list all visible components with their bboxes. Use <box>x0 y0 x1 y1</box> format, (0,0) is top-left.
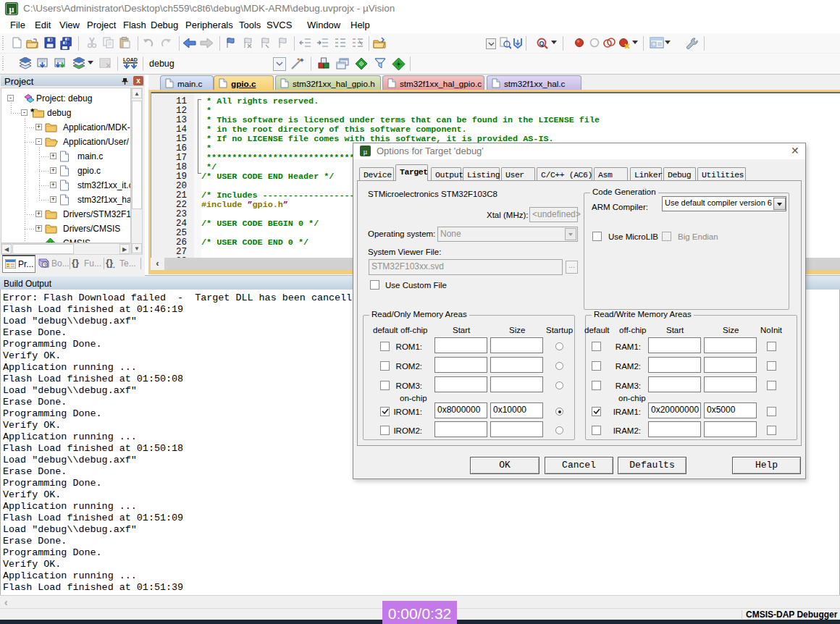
svg-text:µ: µ <box>364 148 368 156</box>
svg-text:LOAD: LOAD <box>123 57 138 62</box>
svg-text:Q: Q <box>539 40 544 47</box>
svg-text:?: ? <box>43 262 47 269</box>
svg-text:µ: µ <box>9 4 14 14</box>
